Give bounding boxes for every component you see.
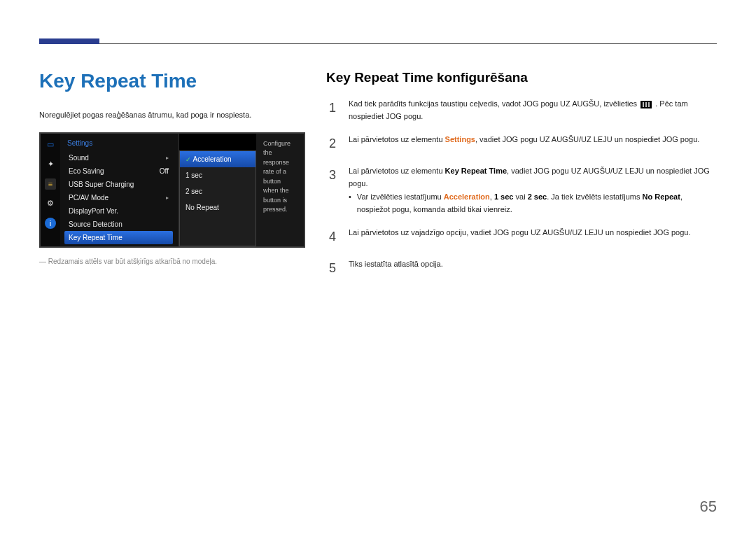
osd-item: PC/AV Mode▸ bbox=[64, 191, 173, 204]
image-footnote: Redzamais attēls var būt atšķirīgs atkar… bbox=[39, 258, 305, 265]
list-icon: ≡ bbox=[45, 178, 56, 190]
osd-menu-title: Settings bbox=[64, 138, 173, 151]
step-3: 3 Lai pārvietotos uz elementu Key Repeat… bbox=[326, 165, 717, 216]
osd-screenshot: ▭ ✦ ≡ ⚙ i Settings Sound▸ Eco SavingOff … bbox=[39, 132, 305, 248]
osd-item: Sound▸ bbox=[64, 151, 173, 164]
osd-item: Source Detection bbox=[64, 218, 173, 231]
page-content: Key Repeat Time Noregulējiet pogas reaģē… bbox=[39, 70, 717, 290]
gear-icon: ⚙ bbox=[45, 198, 56, 209]
header-accent-bar bbox=[39, 38, 99, 44]
step-2: 2 Lai pārvietotos uz elementu Settings, … bbox=[326, 134, 717, 154]
osd-submenu-item: 1 sec bbox=[180, 167, 255, 183]
osd-help-text: Configure the response rate of a button … bbox=[256, 134, 304, 246]
chevron-right-icon: ▸ bbox=[166, 195, 169, 201]
right-column: Key Repeat Time konfigurēšana 1 Kad tiek… bbox=[326, 70, 717, 290]
step-number: 1 bbox=[326, 98, 339, 122]
picture-icon: ▭ bbox=[45, 139, 56, 150]
osd-item: USB Super Charging bbox=[64, 178, 173, 191]
menu-icon bbox=[640, 101, 652, 108]
osd-item: DisplayPort Ver. bbox=[64, 204, 173, 218]
step-list: 1 Kad tiek parādīts funkcijas taustiņu c… bbox=[326, 98, 717, 279]
page-number: 65 bbox=[700, 498, 717, 516]
step-1: 1 Kad tiek parādīts funkcijas taustiņu c… bbox=[326, 98, 717, 122]
osd-item: Eco SavingOff bbox=[64, 164, 173, 178]
section-heading: Key Repeat Time konfigurēšana bbox=[326, 70, 717, 85]
options-icon: ✦ bbox=[45, 159, 56, 170]
osd-item-active: Key Repeat Time bbox=[64, 231, 173, 244]
step-4: 4 Lai pārvietotos uz vajadzīgo opciju, v… bbox=[326, 227, 717, 247]
osd-submenu-item: 2 sec bbox=[180, 183, 255, 199]
step-number: 2 bbox=[326, 134, 339, 154]
osd-submenu-item-selected: Acceleration bbox=[180, 151, 255, 167]
feature-description: Noregulējiet pogas reaģēšanas ātrumu, ka… bbox=[39, 109, 305, 121]
osd-submenu: Acceleration 1 sec 2 sec No Repeat bbox=[179, 150, 256, 246]
step-5: 5 Tiks iestatīta atlasītā opcija. bbox=[326, 258, 717, 279]
page-title: Key Repeat Time bbox=[39, 70, 305, 92]
chevron-right-icon: ▸ bbox=[166, 155, 169, 161]
step-3-bullet: Var izvēlēties iestatījumu Acceleration,… bbox=[349, 191, 717, 216]
header-divider bbox=[99, 43, 717, 44]
left-column: Key Repeat Time Noregulējiet pogas reaģē… bbox=[39, 70, 305, 290]
step-number: 3 bbox=[326, 165, 339, 216]
info-icon: i bbox=[45, 218, 56, 229]
osd-category-icons: ▭ ✦ ≡ ⚙ i bbox=[41, 134, 60, 246]
step-number: 5 bbox=[326, 258, 339, 279]
osd-menu-list: Settings Sound▸ Eco SavingOff USB Super … bbox=[60, 134, 179, 246]
osd-submenu-item: No Repeat bbox=[180, 199, 255, 216]
step-number: 4 bbox=[326, 227, 339, 247]
